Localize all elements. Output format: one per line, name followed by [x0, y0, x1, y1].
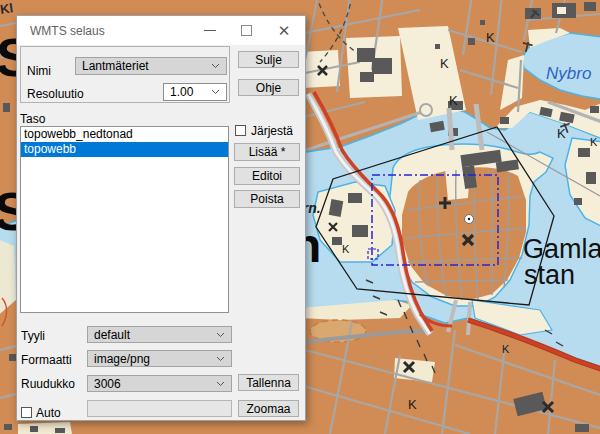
maximize-button[interactable] [229, 16, 263, 45]
label-nybroviken: Nybro [546, 64, 591, 83]
svg-text:K: K [449, 93, 458, 108]
help-label: Ohje [256, 81, 281, 95]
format-value: image/png [94, 352, 150, 366]
svg-text:K: K [502, 343, 510, 355]
chevron-down-icon [211, 63, 220, 69]
save-label: Tallenna [246, 376, 291, 390]
layer-item-selected[interactable]: topowebb [21, 142, 228, 157]
minimize-button[interactable] [193, 16, 227, 45]
zoom-button[interactable]: Zoomaa [238, 400, 299, 417]
dialog-titlebar[interactable]: WMTS selaus ✕ [17, 16, 305, 45]
remove-label: Poista [250, 192, 283, 206]
order-label: Järjestä [251, 124, 293, 138]
layers-label: Taso [20, 112, 45, 126]
format-dropdown[interactable]: image/png [87, 350, 232, 367]
save-button[interactable]: Tallenna [238, 374, 299, 391]
style-label: Tyyli [21, 329, 45, 343]
order-checkbox[interactable] [235, 125, 246, 136]
format-label: Formaatti [21, 353, 72, 367]
auto-checkbox[interactable] [21, 407, 32, 418]
edit-button[interactable]: Editoi [234, 167, 300, 185]
remove-button[interactable]: Poista [234, 190, 300, 208]
grid-dropdown[interactable]: 3006 [87, 375, 232, 392]
zoom-label: Zoomaa [246, 402, 290, 416]
close-dialog-label: Sulje [255, 53, 282, 67]
maximize-icon [241, 25, 252, 36]
resolution-label: Resoluutio [27, 87, 84, 101]
courtyard [557, 7, 566, 14]
chevron-down-icon [216, 356, 225, 362]
name-dropdown[interactable]: Lantmäteriet [75, 57, 227, 75]
resolution-value: 1.00 [170, 85, 193, 99]
svg-text:K: K [342, 243, 350, 255]
label-kl-fragment: Kl [0, 0, 14, 17]
svg-text:K: K [590, 136, 598, 148]
svg-text:K: K [440, 56, 449, 71]
dialog-title: WMTS selaus [30, 24, 105, 38]
grid-value: 3006 [94, 377, 121, 391]
resolution-dropdown[interactable]: 1.00 [163, 83, 227, 101]
chevron-down-icon [211, 89, 220, 95]
add-button[interactable]: Lisää * [234, 143, 300, 161]
viewpoint-dot [468, 218, 470, 220]
close-icon: ✕ [278, 23, 291, 38]
name-value: Lantmäteriet [82, 59, 149, 73]
chevron-down-icon [216, 332, 225, 338]
roundabout [420, 104, 432, 116]
label-stan: stan [524, 260, 575, 290]
layer-list[interactable]: topowebb_nedtonad topowebb [20, 126, 229, 313]
layer-item[interactable]: topowebb_nedtonad [21, 127, 228, 142]
grid-label: Ruudukko [21, 377, 75, 391]
screen: K K K K K K K K Nybro Gamla stan arn. n … [0, 0, 600, 434]
close-button[interactable]: ✕ [267, 16, 301, 45]
name-label: Nimi [27, 64, 51, 78]
add-label: Lisää * [249, 145, 286, 159]
help-button[interactable]: Ohje [238, 79, 299, 96]
close-dialog-button[interactable]: Sulje [238, 51, 299, 68]
svg-text:K: K [486, 30, 495, 45]
auto-field[interactable] [87, 400, 232, 417]
auto-label: Auto [36, 406, 61, 420]
minimize-icon [204, 30, 216, 31]
svg-text:K: K [408, 397, 417, 412]
style-value: default [94, 328, 130, 342]
chevron-down-icon [216, 381, 225, 387]
svg-text:K: K [557, 126, 566, 141]
edit-label: Editoi [252, 169, 282, 183]
wmts-dialog: WMTS selaus ✕ Nimi Lantmäteriet Resoluut… [16, 15, 306, 421]
style-dropdown[interactable]: default [87, 326, 232, 343]
